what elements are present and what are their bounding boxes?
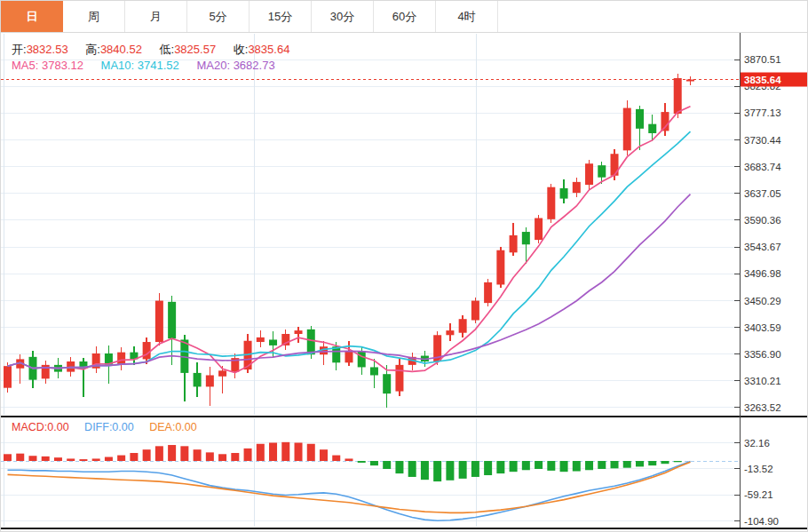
svg-text:3450.29: 3450.29	[744, 296, 781, 306]
ohlc-header: 开:3832.53 高:3840.52 低:3825.57 收:3835.64	[12, 42, 304, 58]
svg-text:-104.90: -104.90	[744, 516, 779, 527]
svg-text:3543.67: 3543.67	[744, 242, 781, 252]
svg-text:3730.44: 3730.44	[744, 135, 781, 146]
svg-text:3777.13: 3777.13	[744, 107, 781, 118]
svg-text:3310.21: 3310.21	[744, 376, 781, 386]
gridlines-layer	[1, 34, 740, 527]
ma10-value: 3741.52	[138, 59, 179, 72]
svg-text:32.16: 32.16	[744, 438, 770, 449]
diff-label: DIFF:	[84, 421, 112, 433]
svg-text:3356.90: 3356.90	[744, 349, 781, 360]
macd-layer	[4, 442, 691, 520]
tab-week[interactable]: 周	[63, 1, 125, 32]
tab-30min[interactable]: 30分	[312, 1, 374, 32]
ma20-value: 3682.73	[234, 59, 275, 72]
low-value: 3825.57	[174, 43, 216, 56]
close-value: 3835.64	[248, 43, 289, 56]
ma10-label: MA10:	[101, 59, 135, 72]
macd-label: MACD:	[12, 421, 47, 433]
timeframe-tabbar: 日 周 月 5分 15分 30分 60分 4时	[1, 1, 807, 33]
diff-line	[8, 462, 691, 521]
candles-layer	[1, 74, 740, 408]
tab-month[interactable]: 月	[125, 1, 187, 32]
svg-text:-13.52: -13.52	[744, 464, 773, 474]
ma5-line	[8, 107, 691, 373]
kline-chart-canvas[interactable]: 3870.513823.823777.133730.443683.743637.…	[1, 1, 808, 532]
low-label: 低:	[160, 43, 175, 56]
svg-text:3870.51: 3870.51	[744, 54, 781, 65]
svg-text:3496.98: 3496.98	[744, 268, 781, 279]
close-label: 收:	[234, 43, 249, 56]
high-value: 3840.52	[100, 43, 142, 56]
macd-header: MACD:0.00 DIFF:0.00 DEA:0.00	[12, 421, 210, 433]
macd-value: 0.00	[47, 421, 68, 433]
dea-value: 0.00	[175, 421, 196, 433]
svg-text:3683.74: 3683.74	[744, 162, 781, 172]
open-label: 开:	[12, 43, 27, 56]
high-label: 高:	[85, 43, 100, 56]
tab-15min[interactable]: 15分	[250, 1, 312, 32]
diff-value: 0.00	[112, 421, 133, 433]
svg-text:3637.05: 3637.05	[744, 188, 781, 199]
svg-text:3403.59: 3403.59	[744, 322, 781, 333]
tab-day[interactable]: 日	[1, 1, 63, 32]
open-value: 3832.53	[27, 43, 68, 56]
ma5-value: 3783.12	[42, 59, 83, 72]
dea-label: DEA:	[149, 421, 175, 433]
tab-60min[interactable]: 60分	[374, 1, 436, 32]
svg-text:3263.52: 3263.52	[744, 402, 781, 413]
tab-5min[interactable]: 5分	[187, 1, 250, 32]
tab-4hour[interactable]: 4时	[436, 1, 498, 32]
ma20-label: MA20:	[196, 59, 230, 72]
ma5-label: MA5:	[12, 59, 38, 72]
last-price-tag-value: 3835.64	[744, 75, 781, 85]
svg-text:3590.36: 3590.36	[744, 215, 781, 226]
kline-app: 日 周 月 5分 15分 30分 60分 4时 3870.513823.8237…	[0, 0, 808, 532]
ma-header: MA5: 3783.12 MA10: 3741.52 MA20: 3682.73	[12, 59, 289, 72]
svg-text:-59.21: -59.21	[744, 489, 773, 500]
